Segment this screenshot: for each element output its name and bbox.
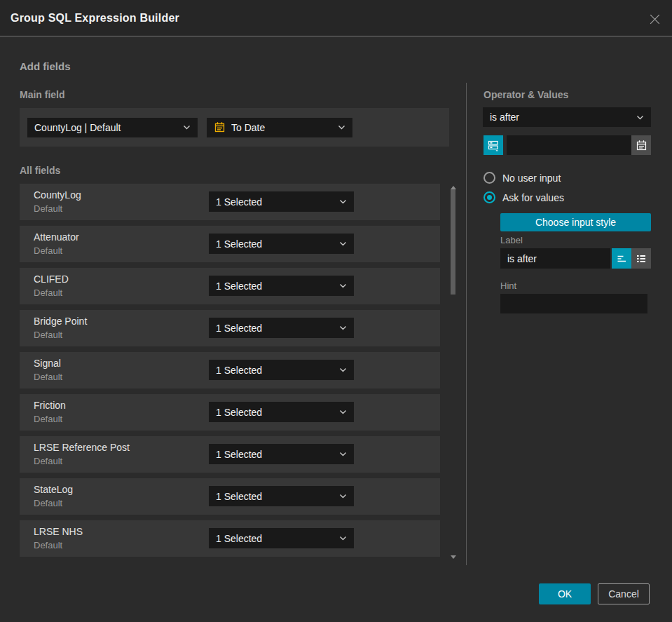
radio-ask-for-values[interactable]: Ask for values	[484, 191, 564, 203]
field-name: StateLog	[34, 484, 73, 495]
field-selection-label: 1 Selected	[216, 449, 334, 460]
field-row: CLIFED Default 1 Selected	[20, 268, 440, 304]
date-type-dropdown-value: To Date	[231, 122, 332, 133]
main-field-panel: CountyLog | Default To Date	[20, 108, 449, 147]
chevron-down-icon	[338, 125, 345, 130]
chevron-down-icon	[339, 283, 347, 288]
field-name: LRSE NHS	[34, 526, 83, 537]
operator-dropdown[interactable]: is after	[483, 107, 651, 127]
operator-dropdown-value: is after	[490, 111, 631, 123]
radio-circle-icon	[484, 172, 495, 184]
field-selection-label: 1 Selected	[216, 196, 334, 208]
field-subtitle: Default	[34, 288, 62, 298]
field-selection-dropdown[interactable]: 1 Selected	[209, 486, 354, 506]
all-fields-list: CountyLog Default 1 Selected Attenuator …	[20, 184, 440, 562]
field-subtitle: Default	[34, 203, 62, 214]
choose-input-style-button[interactable]: Choose input style	[500, 213, 651, 231]
field-row: Attenuator Default 1 Selected	[20, 226, 440, 262]
radio-label: Ask for values	[502, 192, 564, 203]
main-field-dropdown-value: CountyLog | Default	[34, 122, 177, 133]
field-selection-dropdown[interactable]: 1 Selected	[209, 276, 354, 296]
field-subtitle: Default	[34, 372, 62, 382]
field-name: Friction	[34, 400, 66, 411]
field-selection-label: 1 Selected	[216, 323, 334, 334]
chevron-down-icon	[339, 325, 347, 330]
chevron-down-icon	[339, 241, 347, 246]
field-name: CountyLog	[34, 189, 81, 201]
close-icon	[648, 13, 661, 26]
field-selection-label: 1 Selected	[216, 533, 334, 544]
list-icon	[636, 253, 647, 264]
dialog-title-bar: Group SQL Expression Builder	[0, 0, 672, 36]
hint-field-label: Hint	[500, 280, 516, 291]
dialog-title: Group SQL Expression Builder	[11, 12, 179, 25]
field-name: CLIFED	[34, 273, 69, 285]
calendar-icon	[636, 140, 647, 151]
radio-circle-checked-icon	[484, 191, 495, 203]
field-name: LRSE Reference Post	[34, 442, 130, 453]
chevron-down-icon	[636, 115, 644, 120]
label-field-label: Label	[500, 235, 523, 245]
hint-input[interactable]	[500, 294, 647, 313]
panel-divider	[466, 83, 467, 565]
scrollbar-down-arrow-icon[interactable]	[451, 555, 456, 559]
align-left-icon	[616, 253, 627, 264]
radio-no-user-input[interactable]: No user input	[484, 172, 561, 184]
field-row: StateLog Default 1 Selected	[20, 478, 440, 515]
chevron-down-icon	[339, 452, 347, 457]
field-selection-label: 1 Selected	[216, 238, 334, 250]
stacked-rows-icon	[488, 140, 500, 151]
field-row: Bridge Point Default 1 Selected	[20, 310, 440, 346]
field-name: Signal	[34, 358, 61, 369]
cancel-button[interactable]: Cancel	[598, 583, 650, 604]
radio-label: No user input	[502, 173, 561, 184]
list-value-style-button[interactable]	[631, 248, 651, 269]
field-row: LRSE NHS Default 1 Selected	[20, 520, 440, 557]
field-selection-dropdown[interactable]: 1 Selected	[209, 191, 354, 212]
field-selection-dropdown[interactable]: 1 Selected	[209, 528, 354, 548]
chevron-down-icon	[183, 125, 191, 130]
calendar-icon	[214, 121, 226, 133]
field-name: Attenuator	[34, 231, 79, 243]
add-fields-heading: Add fields	[20, 60, 71, 72]
field-selection-dropdown[interactable]: 1 Selected	[209, 234, 354, 254]
field-row: Friction Default 1 Selected	[20, 394, 440, 431]
field-selection-dropdown[interactable]: 1 Selected	[209, 360, 354, 380]
field-row: CountyLog Default 1 Selected	[20, 184, 440, 220]
field-selection-label: 1 Selected	[216, 280, 334, 292]
chevron-down-icon	[339, 199, 347, 204]
field-row: Signal Default 1 Selected	[20, 352, 440, 388]
main-field-dropdown[interactable]: CountyLog | Default	[27, 118, 198, 137]
date-type-dropdown[interactable]: To Date	[207, 118, 352, 137]
close-button[interactable]	[645, 10, 664, 28]
field-subtitle: Default	[34, 330, 62, 340]
field-selection-dropdown[interactable]: 1 Selected	[209, 318, 354, 338]
field-subtitle: Default	[34, 245, 62, 256]
field-row: LRSE Reference Post Default 1 Selected	[20, 436, 440, 473]
field-selection-label: 1 Selected	[216, 407, 334, 418]
single-value-style-button[interactable]	[612, 248, 631, 269]
field-name: Bridge Point	[34, 316, 87, 327]
label-input[interactable]	[500, 248, 610, 269]
field-subtitle: Default	[34, 540, 62, 550]
chevron-down-icon	[339, 410, 347, 414]
chevron-down-icon	[339, 536, 347, 541]
chevron-down-icon	[339, 494, 347, 499]
scrollbar-thumb[interactable]	[451, 189, 455, 295]
value-input-type-button[interactable]	[484, 135, 503, 155]
field-selection-label: 1 Selected	[216, 365, 334, 376]
field-selection-dropdown[interactable]: 1 Selected	[209, 402, 354, 422]
field-subtitle: Default	[34, 456, 62, 466]
field-selection-dropdown[interactable]: 1 Selected	[209, 444, 354, 464]
value-input[interactable]	[507, 135, 631, 155]
date-picker-button[interactable]	[631, 135, 651, 155]
ok-button[interactable]: OK	[539, 583, 591, 604]
chevron-down-icon	[339, 367, 347, 372]
field-subtitle: Default	[34, 498, 62, 508]
field-selection-label: 1 Selected	[216, 491, 334, 502]
operator-values-heading: Operator & Values	[484, 89, 568, 100]
list-scrollbar	[449, 184, 458, 561]
main-field-heading: Main field	[20, 89, 65, 100]
all-fields-heading: All fields	[20, 165, 60, 176]
field-subtitle: Default	[34, 414, 62, 424]
